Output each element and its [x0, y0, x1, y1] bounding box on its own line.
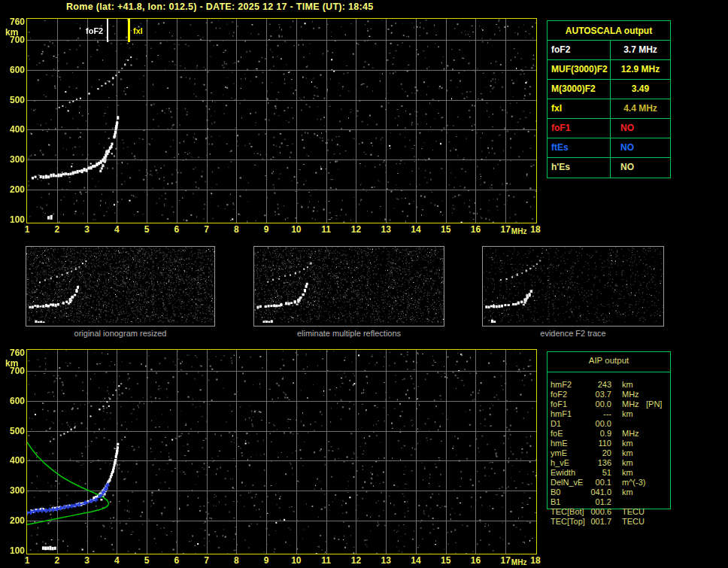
x-tick-label: 8 [234, 555, 239, 566]
x-tick-label: 11 [321, 555, 331, 566]
aip-row-label: B0 [551, 488, 560, 497]
y-tick-label: 200 [2, 184, 25, 195]
autoscala-row-value: 3.7 MHz [611, 41, 670, 59]
table-row: foF1NO [548, 119, 670, 138]
thumbnail-eliminate-canvas [254, 247, 444, 323]
y-axis-unit-label: km [5, 358, 18, 369]
y-tick-label: 500 [2, 426, 25, 436]
aip-row-unit: km [622, 409, 633, 419]
thumbnail-original-canvas [26, 247, 214, 323]
y-tick-label: 500 [2, 95, 25, 105]
y-tick-label: 760 [2, 348, 25, 358]
aip-row-label: h_vE [551, 458, 569, 468]
aip-row-label: foE [551, 429, 563, 439]
y-tick-label: 760 [2, 17, 25, 27]
aip-row: DelN_vE00.1m^(-3) [547, 478, 671, 488]
aip-row-value: 00.1 [572, 478, 611, 488]
autoscala-row-label: foF1 [548, 119, 611, 138]
autoscala-row-label: MUF(3000)F2 [548, 60, 611, 79]
aip-row-label: hmF1 [551, 409, 572, 419]
aip-row: ymE20km [547, 448, 671, 458]
x-tick-label: 18 [530, 555, 540, 566]
fxi-marker-label: fxI [133, 26, 143, 35]
fof2-marker-label: foF2 [86, 26, 103, 35]
x-tick-label: 15 [441, 224, 450, 235]
x-tick-label: 9 [264, 224, 269, 235]
x-tick-label: 5 [144, 224, 150, 235]
aip-row-unit: MHz [622, 429, 639, 439]
aip-row-unit: km [622, 439, 633, 448]
x-tick-label: 8 [234, 224, 239, 235]
x-tick-label: 11 [321, 224, 331, 235]
aip-row: D100.0 [547, 419, 671, 429]
x-tick-label: 6 [174, 224, 179, 235]
aip-row: TEC[Bot]000.6TECU [547, 507, 671, 517]
aip-row-label: B1 [551, 497, 560, 507]
y-tick-label: 600 [2, 65, 25, 75]
aip-row-value: 20 [572, 448, 611, 458]
ionogram-aip-canvas [27, 350, 536, 554]
x-tick-label: 14 [411, 555, 420, 566]
y-tick-label: 100 [2, 214, 25, 225]
table-row: foF23.7 MHz [548, 41, 670, 60]
aip-row: B0041.0km [547, 488, 671, 497]
x-tick-label: 17 [501, 224, 511, 235]
autoscala-row-label: ftEs [548, 138, 611, 157]
aip-row-label: foF1 [551, 399, 567, 409]
aip-row-value: 243 [572, 380, 611, 390]
aip-table: AIP output hmF2243kmfoF203.7MHzfoF100.0M… [547, 351, 671, 529]
y-tick-label: 300 [2, 485, 25, 496]
x-tick-label: 9 [264, 555, 269, 566]
y-tick-label: 200 [2, 515, 25, 526]
aip-row-unit: km [622, 380, 633, 390]
x-tick-label: 12 [351, 224, 361, 235]
x-tick-label: 3 [84, 555, 89, 566]
aip-row: hmF1---km [547, 409, 671, 419]
x-tick-label: 13 [381, 555, 390, 566]
aip-row-unit: km [622, 448, 633, 458]
y-tick-label: 600 [2, 396, 25, 406]
aip-row-extra: [PN] [646, 399, 662, 409]
thumbnail-evidence [482, 246, 664, 327]
y-tick-label: 400 [2, 124, 25, 135]
x-tick-label: 10 [291, 555, 301, 566]
autoscala-row-value: NO [611, 138, 670, 157]
autoscala-table-body: foF23.7 MHzMUF(3000)F212.9 MHzM(3000)F23… [548, 41, 670, 178]
autoscala-row-value: 4.4 MHz [611, 99, 670, 118]
x-tick-label: 6 [174, 555, 179, 566]
aip-row: B101.2 [547, 497, 671, 507]
thumbnail-eliminate [253, 246, 444, 327]
y-tick-label: 300 [2, 154, 25, 165]
aip-row-value: 136 [572, 458, 611, 468]
x-tick-label: 7 [204, 555, 209, 566]
x-tick-label: 13 [381, 224, 390, 235]
x-tick-label: 14 [411, 224, 420, 235]
aip-row: TEC[Top]001.7TECU [547, 517, 671, 527]
x-tick-label: 3 [84, 224, 89, 235]
aip-row-unit: m^(-3) [622, 478, 645, 488]
autoscala-row-value: NO [611, 119, 670, 138]
autoscala-row-label: h'Es [548, 158, 611, 178]
aip-row-value: 51 [572, 468, 611, 478]
aip-row-label: hmF2 [551, 380, 572, 390]
page-title: Rome (lat: +41.8, lon: 012.5) - DATE: 20… [66, 2, 374, 12]
x-tick-label: 16 [471, 224, 481, 235]
aip-row-label: ymE [551, 448, 567, 458]
table-row: M(3000)F23.49 [548, 80, 670, 99]
aip-row-value: 041.0 [572, 488, 611, 497]
aip-row-label: D1 [551, 419, 561, 429]
x-tick-label: 1 [25, 224, 30, 235]
x-tick-label: 10 [291, 224, 301, 235]
aip-row-unit: TECU [622, 517, 645, 527]
aip-row: foF100.0MHz[PN] [547, 399, 671, 409]
x-tick-label: 4 [114, 224, 120, 235]
x-tick-label: 15 [441, 555, 450, 566]
autoscala-row-value: NO [611, 158, 670, 178]
autoscala-row-label: fxI [548, 99, 611, 118]
aip-row-value: 00.0 [572, 399, 611, 409]
table-row: ftEsNO [548, 138, 670, 158]
x-axis-unit-label: MHz [511, 227, 527, 235]
thumbnail-original-caption: original ionogram resized [74, 329, 167, 338]
x-tick-label: 4 [114, 555, 120, 566]
x-tick-label: 1 [25, 555, 30, 566]
